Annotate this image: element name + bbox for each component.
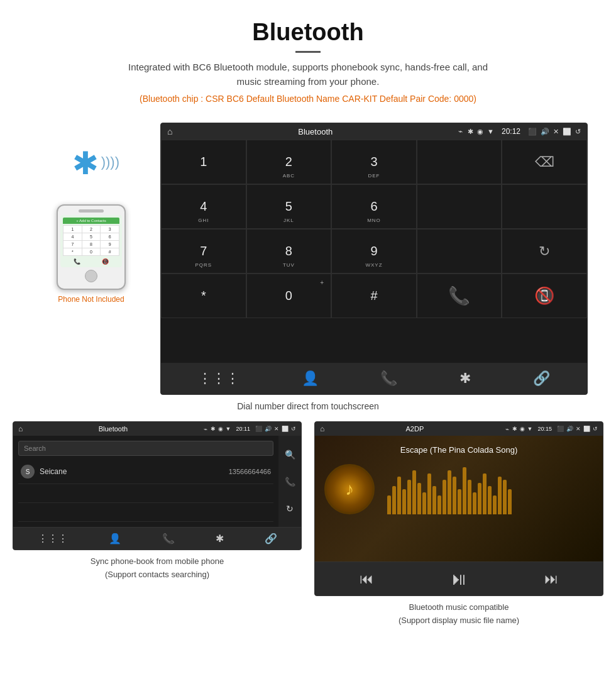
next-button[interactable]: ⏭ (544, 571, 558, 587)
play-pause-button[interactable]: ⏯ (450, 568, 468, 589)
music-content: Escape (The Pina Colada Song) ♪ (315, 436, 603, 562)
eq-bar (453, 477, 456, 514)
nav-keypad-icon[interactable]: ⋮⋮⋮ (198, 370, 239, 387)
contact-phone: 13566664466 (229, 468, 271, 475)
phone-body: + Add to Contacts 1 2 3 4 5 6 7 8 9 * 0 … (57, 204, 126, 290)
phone-key[interactable]: 4 (63, 233, 82, 240)
phone-key[interactable]: 6 (101, 233, 119, 240)
eq-bar (407, 480, 411, 514)
dial-key-9[interactable]: 9WXYZ (331, 229, 417, 274)
phone-key[interactable]: 7 (63, 241, 82, 248)
pb-reload-icon[interactable]: ↻ (286, 504, 294, 514)
nav-contacts-icon[interactable]: 👤 (302, 370, 319, 387)
phonebook-screen: ⌂ Bluetooth ⌁ ✱ ◉ ▼ 20:11 ⬛ 🔊 ✕ ⬜ ↺ (13, 421, 302, 550)
nav-link-icon[interactable]: 🔗 (533, 370, 550, 387)
pb-nav-bt[interactable]: ✱ (216, 533, 224, 545)
dial-reload[interactable]: ↻ (502, 229, 587, 274)
eq-bar (417, 483, 421, 514)
phone-key[interactable]: 5 (82, 233, 101, 240)
pb-close-icon[interactable]: ✕ (274, 426, 279, 432)
pb-back-icon[interactable]: ↺ (291, 426, 296, 432)
dial-key-4[interactable]: 4GHI (161, 184, 246, 229)
pb-cam-icon[interactable]: ⬛ (255, 426, 262, 432)
music-block: ⌂ A2DP ⌁ ✱ ◉ ▼ 20:15 ⬛ 🔊 ✕ ⬜ ↺ Escape (T… (314, 421, 603, 628)
search-bar[interactable]: Search (18, 441, 273, 456)
pb-nav-contacts[interactable]: 👤 (109, 533, 121, 545)
phone-home-button[interactable] (85, 270, 97, 282)
phone-key[interactable]: 3 (101, 226, 119, 233)
eq-bar (432, 486, 436, 514)
back-icon[interactable]: ↺ (575, 128, 581, 136)
main-screen-caption: Dial number direct from touchscreen (0, 401, 616, 411)
pb-nav-phone[interactable]: 📞 (162, 533, 175, 545)
prev-button[interactable]: ⏮ (360, 571, 373, 587)
camera-icon[interactable]: ⬛ (528, 128, 537, 136)
eq-bar (387, 495, 391, 514)
bottom-screens: ⌂ Bluetooth ⌁ ✱ ◉ ▼ 20:11 ⬛ 🔊 ✕ ⬜ ↺ (0, 421, 616, 640)
music-note-icon: ♪ (345, 479, 354, 499)
dial-key-1[interactable]: 1 (161, 140, 246, 184)
dial-call-green[interactable]: 📞 (417, 274, 502, 318)
status-bar-main: ⌂ Bluetooth ⌁ ✱ ◉ ▼ 20:12 ⬛ 🔊 ✕ ⬜ ↺ (161, 123, 587, 140)
pb-home-icon[interactable]: ⌂ (18, 424, 23, 433)
nav-phone-icon[interactable]: 📞 (380, 370, 397, 387)
status-time: 20:12 (502, 127, 520, 136)
music-screen-title: A2DP (327, 425, 502, 433)
pb-right-icons: ✱ ◉ ▼ 20:11 ⬛ 🔊 ✕ ⬜ ↺ (211, 426, 296, 432)
music-right-icons: ✱ ◉ ▼ 20:15 ⬛ 🔊 ✕ ⬜ ↺ (512, 426, 598, 432)
dial-key-7[interactable]: 7PQRS (161, 229, 246, 274)
phone-key[interactable]: # (101, 248, 119, 255)
music-back-icon[interactable]: ↺ (593, 426, 598, 432)
pb-nav-link[interactable]: 🔗 (265, 533, 277, 545)
eq-bar (478, 483, 481, 514)
dial-key-2[interactable]: 2ABC (246, 140, 332, 184)
music-vol-icon[interactable]: 🔊 (566, 426, 573, 432)
dial-key-3[interactable]: 3DEF (331, 140, 417, 184)
dial-backspace[interactable]: ⌫ (502, 140, 587, 184)
pb-win-icon[interactable]: ⬜ (282, 426, 289, 432)
music-usb-icon: ⌁ (505, 426, 509, 433)
dial-key-5[interactable]: 5JKL (246, 184, 332, 229)
pb-vol-icon[interactable]: 🔊 (265, 426, 272, 432)
phone-key[interactable]: * (63, 248, 82, 255)
phonebook-caption: Sync phone-book from mobile phone(Suppor… (91, 555, 224, 582)
music-close-icon[interactable]: ✕ (576, 426, 581, 432)
pb-nav-keypad[interactable]: ⋮⋮⋮ (38, 533, 68, 545)
phone-key[interactable]: 1 (63, 226, 82, 233)
bluetooth-status-icon: ✱ (468, 128, 473, 136)
signal-icon: ▼ (487, 128, 494, 135)
album-art: ♪ (324, 464, 375, 514)
dial-call-red[interactable]: 📵 (502, 274, 587, 318)
music-cam-icon[interactable]: ⬛ (557, 426, 564, 432)
phone-key[interactable]: 9 (101, 241, 119, 248)
music-caption-text: Bluetooth music compatible(Support displ… (399, 602, 519, 625)
page-title: Bluetooth (13, 19, 603, 46)
nav-bluetooth-icon[interactable]: ✱ (459, 370, 471, 387)
dial-key-hash[interactable]: # (331, 274, 417, 318)
phone-key[interactable]: 0 (82, 248, 101, 255)
pb-search-icon[interactable]: 🔍 (285, 450, 295, 460)
dial-key-star[interactable]: * (161, 274, 246, 318)
dial-key-6[interactable]: 6MNO (331, 184, 417, 229)
page-header: Bluetooth Integrated with BC6 Bluetooth … (0, 0, 616, 123)
eq-bar (392, 486, 396, 514)
music-win-icon[interactable]: ⬜ (583, 426, 590, 432)
window-icon[interactable]: ⬜ (563, 128, 571, 136)
eq-bar (427, 473, 431, 514)
close-icon[interactable]: ✕ (553, 128, 559, 136)
contact-row-empty-2 (18, 503, 273, 522)
volume-icon[interactable]: 🔊 (541, 128, 549, 136)
bluetooth-icon-large: ✱ )))) (72, 148, 110, 198)
home-icon[interactable]: ⌂ (167, 126, 172, 136)
phone-key[interactable]: 2 (82, 226, 101, 233)
pb-call-right-icon[interactable]: 📞 (285, 477, 295, 487)
music-home-icon[interactable]: ⌂ (320, 424, 324, 433)
phone-screen: + Add to Contacts 1 2 3 4 5 6 7 8 9 * 0 … (60, 215, 122, 267)
dial-key-0[interactable]: 0+ (246, 274, 332, 318)
phone-key[interactable]: 8 (82, 241, 101, 248)
wifi-waves-icon: )))) (101, 154, 119, 170)
contact-row[interactable]: S Seicane 13566664466 (18, 460, 273, 484)
main-content-area: ✱ )))) + Add to Contacts 1 2 3 4 5 6 7 8… (0, 123, 616, 395)
dial-key-8[interactable]: 8TUV (246, 229, 332, 274)
music-screen: ⌂ A2DP ⌁ ✱ ◉ ▼ 20:15 ⬛ 🔊 ✕ ⬜ ↺ Escape (T… (314, 421, 603, 596)
